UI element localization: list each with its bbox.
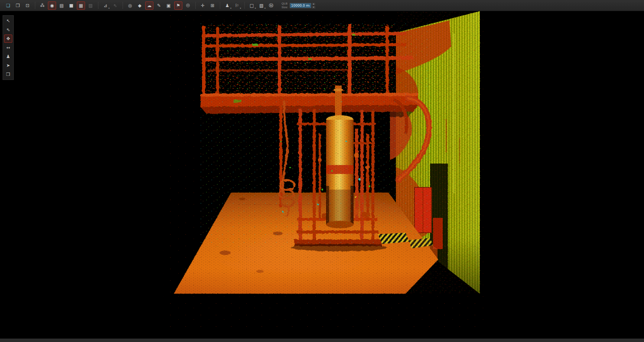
fly-mode-tool-button[interactable]: ➤ [4, 61, 12, 70]
windows-icon: ❐ [16, 3, 20, 8]
viewport-3d[interactable] [0, 11, 644, 339]
cursor-points-icon: ⇖ [113, 3, 117, 8]
section-grid-icon: ▦ [79, 3, 83, 8]
move-tool-button[interactable]: ✛ [199, 1, 207, 10]
camera-icon: ▣ [166, 3, 170, 8]
select-tool-button[interactable]: ↖ [4, 17, 12, 25]
measure-tool-button[interactable]: ⊿▾ [101, 1, 110, 10]
fly-arrow-icon: ➤ [6, 63, 10, 68]
location-tool-button[interactable]: ⚑ [174, 1, 182, 10]
viewpoint-tool-button[interactable]: ☻ [184, 1, 192, 10]
location-pin-icon: ⚑ [176, 3, 180, 8]
view-cube-tool-button[interactable]: ❒ [4, 70, 12, 78]
walk-mode-tool-button[interactable]: ♟ [4, 52, 12, 61]
cursor-points-icon: ⇖ [6, 28, 10, 32]
top-toolbar-groups: ❏❐⊡⁂◉▤■▦▨⊿▾⇖◎◆☁✎▣⚑☻✛⊞♟▾⚐▾□▾▧▾Ⓜ [1, 0, 279, 11]
zoom-extents-tool-button[interactable]: ↔ [4, 43, 12, 52]
cloud-icon: ☁ [147, 3, 152, 8]
toolbar-group-window: ❏❐⊡ [1, 0, 35, 11]
layers-icon: ▤ [59, 3, 64, 8]
scan-gap-overlay-2 [0, 11, 644, 339]
target-icon: ◎ [128, 3, 132, 8]
wireframe-cube-tool-button[interactable]: □▾ [248, 1, 256, 10]
point-cluster-icon: ⁂ [40, 3, 45, 8]
qlb-label: QLB [282, 2, 288, 6]
top-toolbar: ❏❐⊡⁂◉▤■▦▨⊿▾⇖◎◆☁✎▣⚑☻✛⊞♟▾⚐▾□▾▧▾Ⓜ QLB Size:… [0, 0, 644, 11]
size-label: Size: [282, 6, 288, 9]
toolbar-group-measure: ⊿▾⇖ [98, 0, 123, 11]
magnifier-window-icon: ⊡ [26, 3, 29, 8]
dropdown-arrow-icon: ▾ [264, 7, 266, 9]
qlb-size-block: QLB Size: [282, 2, 288, 9]
stepper-down-icon[interactable]: ▼ [312, 6, 316, 9]
fit-width-icon: ↔ [6, 45, 10, 50]
snapshot-tool-button[interactable]: ▣ [165, 1, 173, 10]
section-mode-button[interactable]: ▦ [77, 1, 85, 10]
draw-tool-button[interactable]: ✎ [155, 1, 163, 10]
dropdown-arrow-icon: ▾ [230, 7, 231, 9]
left-toolbar: ↖⇖✥↔♟➤❒ [3, 15, 14, 80]
cube-icon: ❒ [6, 72, 10, 77]
shaded-cube-icon: ▧ [259, 3, 263, 8]
point-cloud-mode-button[interactable]: ⁂ [38, 1, 46, 10]
flag-icon: ⚐ [235, 3, 239, 8]
zoom-window-button[interactable]: ⊡ [23, 1, 32, 10]
pan-tool-button[interactable]: ✥ [4, 35, 12, 43]
pano-person-icon: ♟ [225, 3, 230, 8]
box-plus-icon: ⊞ [211, 3, 214, 8]
pencil-icon: ✎ [157, 3, 161, 8]
cloud-tool-button[interactable]: ☁ [145, 1, 153, 10]
sphere-mode-button[interactable]: ◉ [48, 1, 56, 10]
size-input[interactable] [290, 3, 311, 8]
toolbar-group-transform: ✛⊞ [195, 0, 220, 11]
image-mode-button[interactable]: ▨ [87, 1, 95, 10]
toolbar-group-navigation: ♟▾⚐▾ [220, 0, 244, 11]
dropdown-arrow-icon: ▾ [108, 7, 110, 9]
dropdown-arrow-icon: ▾ [255, 7, 256, 9]
wireframe-cube-icon: □ [250, 3, 254, 8]
sphere-icon: ◉ [50, 3, 54, 8]
status-bar [0, 339, 644, 342]
duplicate-view-button[interactable]: ❐ [14, 1, 22, 10]
target-tool-button[interactable]: ◎ [126, 1, 134, 10]
orientation-tool-button[interactable]: ⚐▾ [233, 1, 241, 10]
pano-tool-button[interactable]: ♟▾ [223, 1, 231, 10]
toolbar-group-render-mode: ⁂◉▤■▦▨ [35, 0, 98, 11]
shaded-cube-tool-button[interactable]: ▧▾ [257, 1, 266, 10]
toolbar-group-markup: ◎◆☁✎▣⚑☻ [123, 0, 195, 11]
clip-box-tool-button[interactable]: ⊞ [208, 1, 217, 10]
size-stepper[interactable]: ▲ ▼ [312, 2, 316, 9]
person-icon: ♟ [6, 54, 10, 59]
stepper-up-icon[interactable]: ▲ [312, 2, 316, 6]
plane-mode-button[interactable]: ■ [67, 1, 75, 10]
tag-tool-button[interactable]: ◆ [136, 1, 144, 10]
ruler-icon: ⊿ [104, 3, 107, 8]
toolbar-group-display-cube: □▾▧▾Ⓜ [244, 0, 279, 11]
m-cube-icon: Ⓜ [269, 3, 273, 8]
pick-point-tool-button[interactable]: ⇖ [111, 1, 119, 10]
hatched-square-icon: ▨ [88, 3, 92, 8]
select-points-tool-button[interactable]: ⇖ [4, 26, 12, 34]
cursor-icon: ↖ [6, 19, 10, 23]
cube-m-tool-button[interactable]: Ⓜ [267, 1, 275, 10]
filled-square-icon: ■ [69, 3, 73, 8]
person-icon: ☻ [186, 3, 191, 8]
pan-arrows-icon: ✥ [6, 36, 10, 41]
home-view-button[interactable]: ❏ [4, 1, 12, 10]
contour-mode-button[interactable]: ▤ [58, 1, 66, 10]
dropdown-arrow-icon: ▾ [240, 7, 241, 9]
tag-icon: ◆ [138, 3, 141, 8]
move-arrows-icon: ✛ [201, 3, 205, 8]
point-cloud-scene [0, 11, 644, 339]
view-cube-icon: ❏ [6, 3, 10, 8]
